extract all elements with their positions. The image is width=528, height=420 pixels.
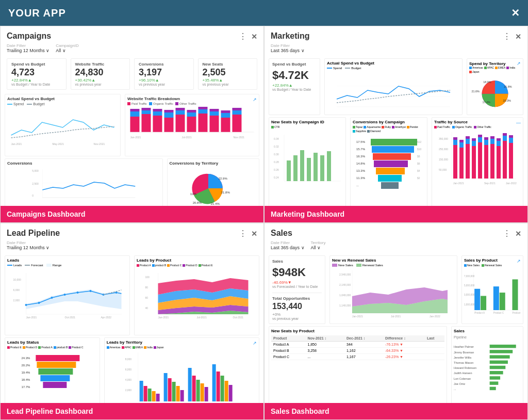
- svg-rect-14: [164, 110, 174, 112]
- pipeline-svg: Heather Palmer Jimmy Bowman Jennifer Wil…: [454, 340, 521, 402]
- leadpipeline-close-button[interactable]: ✕: [251, 230, 257, 238]
- leadpipeline-date-filter-value[interactable]: Trailing 12 Months ∨: [7, 245, 50, 250]
- svg-rect-122: [484, 137, 488, 140]
- svg-text:Jan-2021: Jan-2021: [158, 316, 169, 319]
- svg-text:20.2%: 20.2%: [21, 364, 30, 367]
- marketing-actual-spend-title: Actual Spend vs Budget: [327, 61, 460, 66]
- campaigns-traffic-chart-title: Website Traffic Breakdown: [127, 96, 180, 101]
- campaigns-stat-conv-change: +96.10%▲: [139, 78, 189, 83]
- sales-top-section: Sales $948K -40.69%▼ vs Forecasted / Yea…: [269, 255, 523, 324]
- svg-rect-80: [371, 139, 417, 146]
- marketing-close-button[interactable]: ✕: [515, 33, 521, 41]
- marketing-controls: ⋮ ✕: [503, 31, 521, 41]
- campaigns-menu-button[interactable]: ⋮: [239, 31, 247, 41]
- marketing-conversions-chart: Conversions by Campaign Topaz Aquamarine…: [350, 117, 427, 220]
- sales-menu-button[interactable]: ⋮: [503, 229, 511, 238]
- svg-text:Jan-2022: Jan-2022: [430, 315, 440, 318]
- svg-rect-234: [490, 345, 516, 348]
- title-bar: YOUR APP ✕: [0, 0, 528, 26]
- marketing-traffic-title: Traffic by Source: [434, 120, 468, 124]
- svg-rect-29: [221, 110, 230, 113]
- lp-leads-svg: 10,000 6,000 2,000: [7, 268, 127, 319]
- leadpipeline-controls: ⋮ ✕: [239, 229, 257, 238]
- sales-date-filter-value[interactable]: Last 365 days ∨: [271, 245, 305, 250]
- svg-text:18.9%: 18.9%: [483, 80, 491, 84]
- lp-top-row: Leads Leads Forecast Range 10,000 6,000 …: [5, 255, 259, 335]
- leadpipeline-menu-button[interactable]: ⋮: [239, 229, 247, 238]
- campaigns-close-button[interactable]: ✕: [251, 33, 257, 41]
- cell-diff-c: -26.23% ▼: [385, 355, 403, 359]
- svg-text:Thomas Mason: Thomas Mason: [454, 361, 473, 364]
- svg-text:10,000: 10,000: [13, 278, 22, 281]
- svg-rect-12: [164, 118, 174, 132]
- svg-marker-143: [26, 289, 122, 309]
- svg-text:2,548,000: 2,548,000: [339, 273, 351, 276]
- svg-rect-126: [497, 146, 501, 179]
- marketing-spend-value: $4.72K: [272, 69, 317, 82]
- traffic-expand-icon[interactable]: ↗: [253, 97, 257, 102]
- svg-text:Lori Coleman: Lori Coleman: [454, 377, 471, 380]
- svg-rect-26: [210, 109, 219, 111]
- svg-text:$2: $2: [417, 176, 420, 180]
- svg-text:15.7%: 15.7%: [356, 148, 366, 151]
- svg-text:22.9%: 22.9%: [218, 177, 227, 180]
- svg-text:7,000,000: 7,000,000: [464, 275, 475, 278]
- svg-rect-187: [147, 389, 151, 401]
- svg-rect-186: [143, 386, 147, 401]
- marketing-menu-button[interactable]: ⋮: [503, 31, 511, 41]
- traffic-source-expand-icon[interactable]: —: [516, 120, 521, 125]
- campaigns-id-filter-value[interactable]: All ∨: [56, 48, 78, 53]
- svg-text:Jan-2021: Jan-2021: [352, 315, 363, 318]
- campaigns-date-filter-value[interactable]: Trailing 12 Months ∨: [7, 48, 50, 53]
- marketing-conv-title: Conversions by Campaign: [353, 120, 425, 124]
- territory-expand-icon[interactable]: ↗: [517, 61, 521, 66]
- svg-text:Jan-2021: Jan-2021: [130, 136, 141, 139]
- campaigns-stat-traffic-sub: vs previous year: [75, 83, 126, 86]
- lp-territory-expand-icon[interactable]: ↗: [253, 341, 257, 346]
- cell-nov-b: 3,258: [305, 348, 344, 354]
- sales-metric-value: $948K: [272, 266, 322, 279]
- sales-product-expand-icon[interactable]: ↗: [517, 259, 521, 264]
- svg-rect-127: [497, 141, 501, 146]
- svg-rect-5: [130, 109, 140, 111]
- sales-renewal-chart: New vs Renewal Sales New Sales Renewal S…: [329, 255, 457, 324]
- svg-rect-86: [374, 160, 408, 167]
- svg-rect-132: [509, 143, 513, 179]
- svg-rect-250: [490, 387, 496, 391]
- svg-rect-10: [153, 111, 162, 116]
- sales-product-title: Sales by Product: [464, 258, 498, 263]
- campaigns-stat-traffic-value: 24,830: [75, 68, 126, 77]
- svg-text:40: 40: [145, 306, 148, 310]
- svg-text:14.8%: 14.8%: [356, 162, 366, 165]
- campaigns-stat-traffic: Website Traffic 24,830 +30.42%▲ vs previ…: [71, 58, 130, 90]
- app-close-button[interactable]: ✕: [511, 7, 520, 19]
- svg-text:Oct-2021: Oct-2021: [233, 316, 244, 319]
- marketing-spend-label: Spend vs Budget: [272, 62, 317, 67]
- leadpipeline-label: Lead Pipeline Dashboard: [1, 403, 263, 419]
- svg-rect-226: [481, 296, 486, 311]
- svg-text:$12: $12: [417, 140, 422, 143]
- svg-rect-248: [490, 381, 499, 385]
- svg-rect-178: [43, 382, 67, 388]
- svg-text:$4: $4: [417, 169, 420, 172]
- svg-rect-20: [187, 110, 196, 112]
- leadpipeline-header: Lead Pipeline ⋮ ✕: [1, 223, 263, 240]
- campaigns-id-filter-label: CampaignID: [56, 43, 78, 48]
- leadpipeline-title: Lead Pipeline: [7, 229, 60, 238]
- sales-close-button[interactable]: ✕: [515, 230, 521, 238]
- campaigns-stat-spend-value: 4,723: [11, 68, 62, 77]
- svg-text:2,000: 2,000: [125, 389, 131, 392]
- col-last: Last: [425, 335, 444, 342]
- svg-text:80: 80: [145, 286, 148, 289]
- marketing-traffic-source-chart: Traffic by Source — Paid Traffic Organic…: [432, 117, 523, 220]
- campaigns-filter: Date Filter Trailing 12 Months ∨ Campaig…: [1, 43, 263, 56]
- svg-rect-27: [221, 118, 230, 132]
- svg-text:20.3%: 20.3%: [503, 99, 511, 102]
- svg-rect-24: [210, 116, 219, 132]
- sales-total-opp-value: 153,440: [272, 302, 322, 311]
- marketing-territory-chart: Spend by Territory ↗ Americas APAC EMEA …: [467, 58, 523, 115]
- marketing-date-filter-value[interactable]: Last 365 days ∨: [271, 48, 305, 53]
- sales-territory-value[interactable]: All ∨: [311, 245, 326, 250]
- svg-rect-134: [509, 135, 513, 138]
- svg-rect-107: [453, 137, 457, 140]
